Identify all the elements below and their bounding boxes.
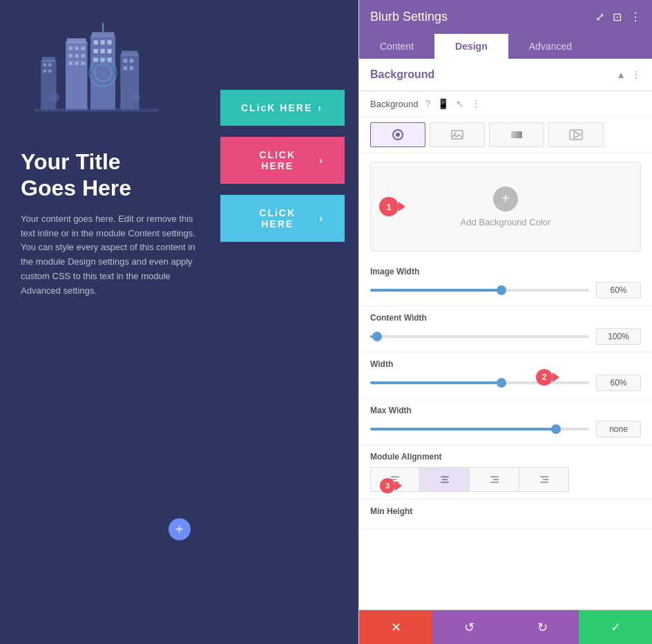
bg-type-video[interactable] — [548, 122, 604, 147]
max-width-label: Max Width — [370, 406, 641, 415]
header-icons: ⤢ ⊡ ⋮ — [595, 10, 641, 23]
btn3-label: CLiCK HERE — [241, 207, 314, 229]
module-alignment-label: Module Alignment — [370, 452, 641, 462]
svg-rect-1 — [42, 57, 55, 62]
btn3-arrow: › — [319, 213, 324, 224]
preview-btn-3[interactable]: CLiCK HERE › — [220, 195, 345, 242]
svg-rect-7 — [67, 39, 86, 44]
svg-point-39 — [50, 93, 59, 102]
svg-rect-11 — [69, 54, 73, 57]
tab-advanced[interactable]: Advanced — [508, 34, 593, 59]
align-center-button[interactable] — [420, 467, 470, 492]
more-icon[interactable]: ⋮ — [630, 10, 641, 23]
tab-design[interactable]: Design — [434, 34, 508, 59]
image-width-slider[interactable] — [370, 289, 589, 292]
redo-button[interactable]: ↻ — [506, 610, 579, 644]
preview-title: Your Title Goes Here — [21, 149, 220, 202]
settings-title: Blurb Settings — [370, 10, 448, 24]
svg-point-42 — [396, 133, 400, 137]
svg-rect-21 — [100, 40, 104, 44]
cancel-button[interactable]: ✕ — [359, 610, 432, 644]
svg-rect-2 — [44, 64, 47, 67]
image-width-label: Image Width — [370, 267, 641, 276]
bg-device-icon[interactable]: 📱 — [437, 98, 449, 109]
width-field: Width 2 — [359, 352, 652, 399]
content-width-slider[interactable] — [370, 335, 589, 338]
save-button[interactable]: ✓ — [579, 610, 652, 644]
bg-arrow-icon[interactable]: ↖ — [456, 98, 464, 109]
svg-rect-43 — [452, 131, 463, 139]
bottom-toolbar: ✕ ↺ ↻ ✓ — [359, 609, 652, 644]
min-height-field: Min Height — [359, 500, 652, 529]
svg-rect-3 — [48, 64, 52, 67]
preview-btn-1[interactable]: CLicK HERE › — [220, 90, 345, 126]
content-width-field: Content Width — [359, 306, 652, 352]
image-width-field: Image Width — [359, 260, 652, 306]
svg-rect-13 — [82, 54, 85, 57]
preview-btn-2[interactable]: CLICK HERE › — [220, 137, 345, 184]
preview-body-text: Your content goes here. Edit or remove t… — [21, 212, 200, 299]
preview-panel: CLicK HERE › CLICK HERE › CLiCK HERE › Y… — [0, 0, 358, 644]
svg-rect-45 — [511, 131, 522, 138]
btn1-label: CLicK HERE — [241, 102, 312, 113]
image-width-value[interactable] — [596, 282, 641, 299]
settings-panel: Blurb Settings ⤢ ⊡ ⋮ Content Design Adva… — [358, 0, 652, 644]
svg-rect-23 — [94, 49, 98, 53]
preview-image-area — [35, 21, 173, 127]
svg-rect-9 — [75, 46, 79, 50]
btn2-arrow: › — [319, 155, 324, 166]
btn1-arrow: › — [318, 102, 323, 113]
alignment-buttons: 3 — [370, 467, 641, 492]
svg-rect-15 — [75, 61, 79, 65]
bg-type-color[interactable] — [370, 122, 425, 147]
step-1-badge: 1 — [379, 197, 399, 216]
bg-help-icon[interactable]: ? — [425, 98, 430, 109]
bg-dots-icon[interactable]: ⋮ — [471, 98, 481, 109]
settings-header: Blurb Settings ⤢ ⊡ ⋮ — [359, 0, 652, 34]
tabs-bar: Content Design Advanced — [359, 34, 652, 59]
svg-rect-34 — [130, 66, 133, 70]
svg-rect-22 — [107, 40, 111, 44]
svg-rect-8 — [69, 46, 73, 50]
settings-body: Background ▲ ⋮ Background ? 📱 ↖ ⋮ — [359, 59, 652, 609]
collapse-icon[interactable]: ▲ — [616, 69, 626, 80]
background-label: Background — [370, 99, 418, 109]
undo-button[interactable]: ↺ — [432, 610, 506, 644]
btn2-label: CLICK HERE — [241, 149, 314, 171]
width-label: Width — [370, 359, 641, 369]
svg-rect-24 — [100, 49, 104, 53]
module-alignment-field: Module Alignment 3 — [359, 445, 652, 500]
svg-rect-12 — [75, 54, 79, 57]
svg-rect-32 — [130, 59, 133, 62]
max-width-field: Max Width — [359, 399, 652, 445]
tab-content[interactable]: Content — [359, 34, 434, 59]
max-width-slider[interactable] — [370, 428, 589, 430]
content-width-label: Content Width — [370, 313, 641, 323]
fullscreen-icon[interactable]: ⤢ — [595, 10, 604, 23]
max-width-value[interactable] — [596, 421, 641, 437]
step-3-badge: 3 — [380, 478, 395, 493]
split-icon[interactable]: ⊡ — [613, 10, 622, 23]
svg-rect-16 — [82, 61, 85, 65]
bg-type-image[interactable] — [430, 122, 485, 147]
svg-rect-4 — [44, 70, 47, 73]
align-left-button[interactable]: 3 — [370, 467, 420, 492]
add-module-button[interactable]: + — [169, 518, 191, 540]
section-controls: ▲ ⋮ — [616, 69, 641, 80]
align-justify-button[interactable] — [519, 467, 569, 492]
svg-rect-25 — [107, 49, 111, 53]
bg-type-gradient[interactable] — [489, 122, 544, 147]
content-width-value[interactable] — [596, 328, 641, 345]
add-bg-plus-button[interactable]: + — [493, 187, 518, 211]
step-2-badge: 2 — [536, 369, 553, 386]
width-value[interactable] — [596, 375, 641, 391]
add-bg-color-area: 1 + Add Background Color — [370, 162, 641, 252]
section-more-icon[interactable]: ⋮ — [631, 69, 641, 80]
align-right-button[interactable] — [470, 467, 519, 492]
step-1-indicator: 1 — [379, 197, 399, 216]
background-section-header: Background ▲ ⋮ — [359, 59, 652, 91]
svg-rect-30 — [122, 51, 137, 56]
bg-type-icons — [359, 117, 652, 153]
background-section-title: Background — [370, 68, 434, 81]
preview-buttons-area: CLicK HERE › CLICK HERE › CLiCK HERE › — [220, 90, 345, 242]
